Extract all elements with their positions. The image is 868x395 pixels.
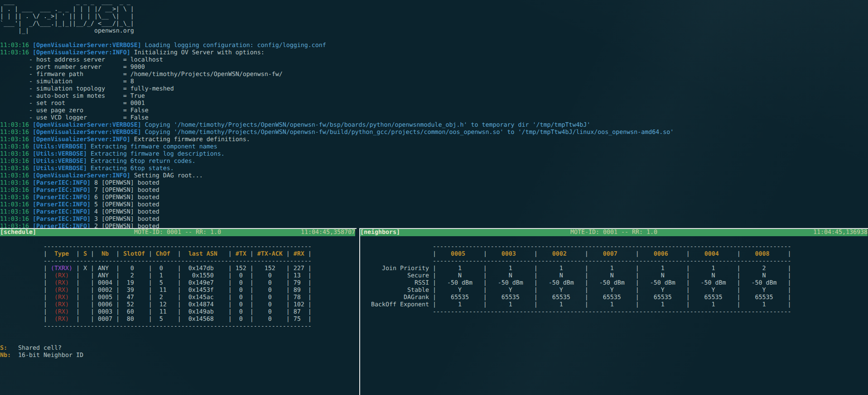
log-timestamp: 11:03:16 <box>0 136 33 143</box>
schedule-table-border: ----------------------------------------… <box>0 243 312 251</box>
schedule-header-cell: Nb <box>94 251 116 257</box>
pipe: | <box>76 251 80 257</box>
pipe: | <box>0 294 47 301</box>
neighbor-id-cell: 0004 <box>690 251 737 257</box>
cell-type: (RX) <box>47 301 76 308</box>
pipe: | <box>0 301 47 308</box>
neighbors-table-border: ----------------------------------------… <box>360 243 791 251</box>
log-window[interactable]: ___ _ _ _ ___ _ _ | . | ___ ___ ._ _ | |… <box>0 0 868 228</box>
log-line: 11:03:16 [ParserIEC:INFO] 5 [OPENWSN] bo… <box>0 201 159 209</box>
pipe: | <box>149 251 152 257</box>
cell-values: | | ANY | 2 | 1 | 0x1550 | 0 | 0 | 13 | <box>76 272 312 279</box>
log-option: - port number server = 9000 <box>0 64 145 71</box>
log-tag: [ParserIEC:INFO] <box>33 194 91 201</box>
pipe: | <box>178 251 181 257</box>
log-timestamp: 11:03:16 <box>0 158 33 165</box>
log-line: 11:03:16 [ParserIEC:INFO] 6 [OPENWSN] bo… <box>0 194 159 201</box>
pipe: | <box>686 251 690 257</box>
pipe: | <box>0 309 47 315</box>
log-timestamp: 11:03:16 <box>0 122 33 128</box>
log-tag: [OpenVisualizerServer:INFO] <box>33 172 130 179</box>
log-option: - set root = 0001 <box>0 100 145 107</box>
log-timestamp: 11:03:16 <box>0 223 33 228</box>
pipe: | <box>0 287 47 294</box>
log-tag: [ParserIEC:INFO] <box>33 180 91 186</box>
log-line: 11:03:16 [OpenVisualizerServer:INFO] Ext… <box>0 136 250 143</box>
legend-desc: Shared cell? <box>18 345 62 352</box>
pipe: | <box>250 251 254 257</box>
schedule-header-cell: ChOf <box>152 251 178 257</box>
pipe: | <box>788 251 791 257</box>
dashed-line: ----------------------------------------… <box>360 258 791 265</box>
log-tag: [OpenVisualizerServer:INFO] <box>33 136 130 143</box>
neighbor-row-text: Stable | Y | Y | Y | Y | Y | Y | Y | <box>360 287 791 294</box>
log-timestamp: 11:03:16 <box>0 194 33 201</box>
log-line: 11:03:16 [ParserIEC:INFO] 4 [OPENWSN] bo… <box>0 209 159 216</box>
schedule-table-row: | (RX) | | 0002 | 39 | 11 | 0x1453f | 0 … <box>0 287 312 294</box>
ascii-logo-text: |_| openwsn.org <box>0 28 134 34</box>
log-timestamp: 11:03:16 <box>0 143 33 150</box>
schedule-table-border: ----------------------------------------… <box>0 323 312 330</box>
schedule-header-cell: #RX <box>290 251 308 257</box>
pipe: | <box>585 251 588 257</box>
dashed-line: ----------------------------------------… <box>0 323 312 330</box>
ascii-logo-line: ___ _ _ _ ___ _ _ <box>0 0 134 6</box>
schedule-header-cell: S <box>80 251 91 257</box>
ascii-logo-line: `___'| _/\___.|_|_||__/_/ <___/|_\_| <box>0 20 134 28</box>
log-option: - firmware path = /home/timothy/Projects… <box>0 71 283 78</box>
cell-type: (RX) <box>47 280 76 286</box>
ascii-logo-line: |_| openwsn.org <box>0 28 134 35</box>
schedule-table-row: | (RX) | | 0003 | 60 | 11 | 0x149ab | 0 … <box>0 309 312 316</box>
log-timestamp: 11:03:16 <box>0 187 33 194</box>
pipe: | <box>360 251 436 257</box>
log-line: 11:03:16 [OpenVisualizerServer:INFO] Ini… <box>0 49 265 57</box>
log-tag: [Utils:VERBOSE] <box>33 165 87 172</box>
log-timestamp: 11:03:16 <box>0 49 33 56</box>
log-message: Setting DAG root... <box>130 172 203 179</box>
pipe: | <box>0 251 47 257</box>
pipe: | <box>0 316 47 323</box>
log-timestamp: 11:03:16 <box>0 165 33 172</box>
pipe: | <box>0 265 47 272</box>
log-tag: [OpenVisualizerServer:VERBOSE] <box>33 129 141 136</box>
log-message: 5 [OPENWSN] booted <box>91 201 159 208</box>
neighbor-id-cell: 0005 <box>436 251 483 257</box>
log-timestamp: 11:03:16 <box>0 209 33 215</box>
schedule-table-row: | (RX) | | 0004 | 19 | 5 | 0x149e7 | 0 |… <box>0 280 312 287</box>
ascii-logo-text: `___'| _/\___.|_|_||__/_/ <___/|_\_| <box>0 20 134 27</box>
neighbor-row-text: DAGrank | 65535 | 65535 | 65535 | 65535 … <box>360 294 791 301</box>
schedule-table-border: ----------------------------------------… <box>0 258 312 265</box>
ascii-logo-line: | . | ___ ___ ._ _ | | | |/ __>| \ | <box>0 6 134 13</box>
schedule-window[interactable]: ----------------------------------------… <box>0 229 355 395</box>
log-message: Copying '/home/timothy/Projects/OpenWSN/… <box>141 122 591 128</box>
log-tag: [Utils:VERBOSE] <box>33 158 87 165</box>
schedule-header-cell: SlotOf <box>120 251 149 257</box>
neighbors-window[interactable]: ----------------------------------------… <box>360 229 868 395</box>
schedule-table-row: | (RX) | | 0005 | 47 | 2 | 0x145ac | 0 |… <box>0 294 312 301</box>
ascii-logo-text: ___ _ _ _ ___ _ _ <box>0 0 134 5</box>
neighbor-id-cell: 0002 <box>538 251 585 257</box>
log-line: 11:03:16 [OpenVisualizerServer:VERBOSE] … <box>0 122 590 129</box>
neighbor-row-text: BackOff Exponent | 1 | 1 | 1 | 1 | 1 | 1… <box>360 301 791 308</box>
cell-values: | X | ANY | 0 | 0 | 0x147db | 152 | 152 … <box>76 265 312 272</box>
pipe: | <box>737 251 741 257</box>
log-line: - firmware path = /home/timothy/Projects… <box>0 71 283 78</box>
log-option: - use page zero = False <box>0 107 149 114</box>
log-tag: [OpenVisualizerServer:VERBOSE] <box>33 122 141 128</box>
neighbors-table-border: ----------------------------------------… <box>360 309 791 316</box>
log-line: 11:03:16 [ParserIEC:INFO] 7 [OPENWSN] bo… <box>0 187 159 194</box>
cell-type: (RX) <box>47 294 76 301</box>
schedule-table-row: | (RX) | | 0006 | 52 | 12 | 0x14874 | 0 … <box>0 301 312 309</box>
cell-type: (RX) <box>47 272 76 279</box>
log-tag: [OpenVisualizerServer:VERBOSE] <box>33 42 141 49</box>
log-timestamp: 11:03:16 <box>0 172 33 179</box>
cell-values: | | 0004 | 19 | 5 | 0x149e7 | 0 | 0 | 79… <box>76 280 312 286</box>
log-tag: [Utils:VERBOSE] <box>33 143 87 150</box>
neighbor-id-cell: 0003 <box>487 251 534 257</box>
cell-values: | | 0007 | 80 | 5 | 0x14568 | 0 | 0 | 75… <box>76 316 312 323</box>
log-line: - host address server = localhost <box>0 57 163 64</box>
dashed-line: ----------------------------------------… <box>0 258 312 265</box>
log-timestamp: 11:03:16 <box>0 129 33 136</box>
neighbor-row-text: RSSI | -50 dBm | -50 dBm | -50 dBm | -50… <box>360 280 791 286</box>
pipe: | <box>228 251 232 257</box>
